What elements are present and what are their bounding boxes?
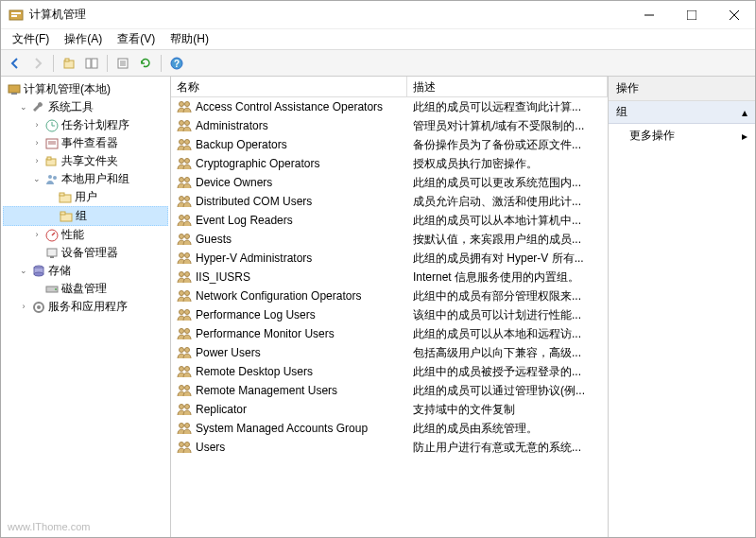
list-cell-name: Administrators xyxy=(171,117,407,134)
list-cell-desc: 按默认值，来宾跟用户组的成员... xyxy=(407,231,608,248)
up-button[interactable] xyxy=(59,53,79,74)
show-hide-button[interactable] xyxy=(81,53,102,74)
list-cell-desc: 成员允许启动、激活和使用此计... xyxy=(407,193,608,210)
close-button[interactable] xyxy=(713,1,755,28)
tree-expander-icon[interactable]: › xyxy=(31,138,43,149)
tree-expander-icon[interactable]: › xyxy=(18,302,29,313)
tree-node[interactable]: ›性能 xyxy=(3,226,168,244)
tree-expander-icon[interactable]: › xyxy=(31,156,43,167)
list-body[interactable]: Access Control Assistance Operators此组的成员… xyxy=(171,97,608,537)
menubar: 文件(F) 操作(A) 查看(V) 帮助(H) xyxy=(1,29,755,50)
tree-node[interactable]: ›事件查看器 xyxy=(3,134,168,152)
svg-rect-35 xyxy=(47,249,57,256)
tree-node[interactable]: 设备管理器 xyxy=(3,244,168,262)
svg-rect-10 xyxy=(92,59,97,68)
group-icon xyxy=(177,364,192,379)
list-row[interactable]: Remote Desktop Users此组中的成员被授予远程登录的... xyxy=(171,362,608,381)
list-row[interactable]: Event Log Readers此组的成员可以从本地计算机中... xyxy=(171,211,608,230)
maximize-button[interactable] xyxy=(670,1,713,28)
list-row[interactable]: Performance Log Users该组中的成员可以计划进行性能... xyxy=(171,305,608,324)
col-name[interactable]: 名称 xyxy=(171,77,407,96)
list-row[interactable]: Guests按默认值，来宾跟用户组的成员... xyxy=(171,230,608,249)
list-row[interactable]: Device Owners此组的成员可以更改系统范围内... xyxy=(171,173,608,192)
svg-point-64 xyxy=(180,291,184,296)
list-row[interactable]: Administrators管理员对计算机/域有不受限制的... xyxy=(171,116,608,135)
tree-node[interactable]: 用户 xyxy=(3,188,168,206)
refresh-button[interactable] xyxy=(135,53,156,74)
export-button[interactable] xyxy=(112,53,133,74)
list-row[interactable]: Remote Management Users此组的成员可以通过管理协议(例..… xyxy=(171,381,608,400)
svg-point-77 xyxy=(185,405,190,409)
menu-view[interactable]: 查看(V) xyxy=(110,29,163,49)
list-cell-desc: 此组的成员可以从本地计算机中... xyxy=(407,212,608,229)
tree-node[interactable]: ›服务和应用程序 xyxy=(3,298,168,316)
tree-expander-icon[interactable]: › xyxy=(31,120,43,131)
tree-expander-icon[interactable]: › xyxy=(31,230,43,241)
back-button[interactable] xyxy=(5,53,26,74)
tree-node[interactable]: 磁盘管理 xyxy=(3,280,168,298)
list-cell-desc: 此组的成员拥有对 Hyper-V 所有... xyxy=(407,250,608,267)
list-row[interactable]: Power Users包括高级用户以向下兼容，高级... xyxy=(171,343,608,362)
actions-group-label: 组 xyxy=(616,104,627,120)
svg-point-41 xyxy=(55,288,57,290)
tree-node-label: 任务计划程序 xyxy=(61,117,129,133)
tree-node[interactable]: ⌄存储 xyxy=(3,262,168,280)
list-cell-name: Device Owners xyxy=(171,174,407,191)
tree-node[interactable]: ⌄本地用户和组 xyxy=(3,170,168,188)
list-cell-name: Network Configuration Operators xyxy=(171,287,407,304)
actions-panel: 操作 组 ▴ 更多操作 ▸ xyxy=(609,77,755,537)
list-row[interactable]: System Managed Accounts Group此组的成员由系统管理。 xyxy=(171,419,608,438)
list-row[interactable]: Users防止用户进行有意或无意的系统... xyxy=(171,438,608,457)
list-row[interactable]: Performance Monitor Users此组的成员可以从本地和远程访.… xyxy=(171,324,608,343)
tree-expander-icon[interactable]: ⌄ xyxy=(18,266,29,277)
group-icon xyxy=(177,251,192,266)
perf-icon xyxy=(44,228,60,243)
list-row[interactable]: Backup Operators备份操作员为了备份或还原文件... xyxy=(171,135,608,154)
svg-rect-4 xyxy=(687,10,696,20)
svg-point-80 xyxy=(180,443,184,447)
tree-node[interactable]: ⌄系统工具 xyxy=(3,98,168,116)
menu-action[interactable]: 操作(A) xyxy=(57,29,110,49)
svg-point-78 xyxy=(180,424,184,428)
group-icon xyxy=(177,118,192,133)
list-row[interactable]: Replicator支持域中的文件复制 xyxy=(171,400,608,419)
tree-node-label: 系统工具 xyxy=(48,99,94,115)
list-cell-name: Remote Desktop Users xyxy=(171,363,407,380)
group-icon xyxy=(177,232,192,247)
actions-group-header[interactable]: 组 ▴ xyxy=(609,101,755,124)
tree-node[interactable]: ›任务计划程序 xyxy=(3,116,168,134)
list-row[interactable]: Hyper-V Administrators此组的成员拥有对 Hyper-V 所… xyxy=(171,249,608,268)
tree-expander-icon xyxy=(45,211,57,222)
svg-rect-1 xyxy=(11,12,21,14)
menu-help[interactable]: 帮助(H) xyxy=(163,29,216,49)
menu-file[interactable]: 文件(F) xyxy=(5,29,57,49)
minimize-button[interactable] xyxy=(627,1,670,28)
group-icon xyxy=(177,175,192,190)
list-row[interactable]: Access Control Assistance Operators此组的成员… xyxy=(171,97,608,116)
col-desc[interactable]: 描述 xyxy=(407,77,608,96)
group-icon xyxy=(177,269,192,285)
tree-panel[interactable]: 计算机管理(本地) ⌄系统工具›任务计划程序›事件查看器›共享文件夹⌄本地用户和… xyxy=(1,77,171,537)
list-row[interactable]: Network Configuration Operators此组中的成员有部分… xyxy=(171,286,608,305)
tree-node[interactable]: 组 xyxy=(3,206,168,226)
tree-root[interactable]: 计算机管理(本地) xyxy=(3,80,168,98)
list-row[interactable]: Distributed COM Users成员允许启动、激活和使用此计... xyxy=(171,192,608,211)
group-icon xyxy=(177,99,192,114)
help-button[interactable]: ? xyxy=(166,53,187,74)
watermark: www.IThome.com xyxy=(8,521,90,532)
tree-expander-icon[interactable]: ⌄ xyxy=(18,102,29,113)
collapse-icon: ▴ xyxy=(742,106,747,119)
tree-expander-icon[interactable]: ⌄ xyxy=(31,174,43,185)
svg-rect-8 xyxy=(65,59,69,61)
svg-point-74 xyxy=(180,386,184,390)
list-row[interactable]: Cryptographic Operators授权成员执行加密操作。 xyxy=(171,154,608,173)
tree-node-label: 本地用户和组 xyxy=(61,171,129,187)
list-cell-desc: 此组的成员可以通过管理协议(例... xyxy=(407,382,608,399)
svg-point-63 xyxy=(185,272,190,277)
actions-more[interactable]: 更多操作 ▸ xyxy=(609,124,755,148)
svg-point-67 xyxy=(185,310,190,315)
tree-node[interactable]: ›共享文件夹 xyxy=(3,152,168,170)
tree-node-label: 设备管理器 xyxy=(61,245,118,261)
list-row[interactable]: IIS_IUSRSInternet 信息服务使用的内置组。 xyxy=(171,268,608,286)
forward-button[interactable] xyxy=(27,53,48,74)
